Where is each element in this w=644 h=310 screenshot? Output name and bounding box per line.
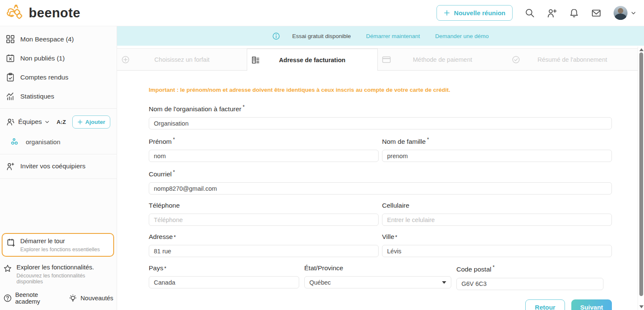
news-label: Nouveautés — [81, 295, 113, 302]
explore-title: Explorer les fonctionnalités. — [16, 263, 94, 271]
state-select[interactable]: Québec — [304, 276, 451, 288]
notifications-bell-icon[interactable] — [569, 8, 579, 18]
tab-label: Méthode de paiement — [413, 56, 472, 63]
tab-billing-address[interactable]: Adresse de facturation — [247, 49, 377, 71]
main-area: Essai gratuit disponible Démarrer mainte… — [117, 26, 644, 310]
divider — [0, 154, 117, 154]
news-link[interactable]: Nouveautés — [68, 294, 113, 303]
explore-subtitle: Découvrez les fonctionnalités disponible… — [16, 273, 112, 285]
user-menu[interactable] — [614, 6, 636, 20]
tab-label: Choisissez un forfait — [154, 56, 210, 63]
tab-payment-method[interactable]: Méthode de paiement — [378, 49, 508, 70]
invite-user-icon — [6, 162, 15, 171]
clipboard-icon — [6, 73, 15, 82]
back-button[interactable]: Retour — [525, 299, 565, 310]
first-name-label: Prénom — [149, 137, 175, 145]
sidebar-bottom-row: Beenote academy Nouveautés — [0, 287, 117, 310]
new-meeting-button[interactable]: Nouvelle réunion — [437, 5, 513, 21]
sidebar-item-invite[interactable]: Inviter vos coéquipiers — [0, 157, 117, 176]
request-demo-link[interactable]: Demander une démo — [435, 33, 489, 39]
calendar-plus-icon — [7, 238, 16, 252]
postal-code-input[interactable] — [456, 278, 603, 290]
sidebar-item-beespace[interactable]: Mon Beespace (4) — [0, 30, 117, 49]
scroll-down-arrow[interactable] — [639, 305, 644, 308]
calendar-x-icon — [6, 54, 15, 63]
scrollbar-thumb[interactable] — [639, 52, 643, 296]
important-note: Important : le prénom/nom et adresse doi… — [149, 87, 612, 93]
teams-label: Équipes — [18, 118, 42, 126]
last-name-input[interactable] — [382, 150, 612, 162]
tab-label: Résumé de l'abonnement — [538, 56, 607, 63]
new-meeting-label: Nouvelle réunion — [454, 9, 505, 16]
explore-features-item[interactable]: Explorer les fonctionnalités. Découvrez … — [0, 260, 117, 287]
sidebar-item-unpublished[interactable]: Non publiés (1) — [0, 49, 117, 68]
tour-subtitle: Explorer les fonctions essentielles — [20, 247, 100, 252]
tour-title: Démarrer le tour — [20, 238, 65, 244]
mobile-input[interactable] — [382, 214, 612, 226]
lightbulb-icon — [68, 294, 77, 303]
phone-label: Téléphone — [149, 202, 180, 209]
academy-link[interactable]: Beenote academy — [3, 291, 56, 305]
sidebar-item-label: Non publiés (1) — [20, 55, 65, 62]
add-team-label: Ajouter — [85, 119, 105, 125]
mail-icon[interactable] — [591, 8, 601, 18]
trial-banner-text: Essai gratuit disponible — [292, 33, 351, 39]
next-button[interactable]: Suivant — [571, 299, 612, 310]
divider — [0, 108, 117, 109]
city-label: Ville — [382, 233, 397, 241]
sidebar-item-minutes[interactable]: Comptes rendus — [0, 68, 117, 87]
teams-row: Équipes A↕Z Ajouter — [0, 111, 117, 133]
billing-building-icon — [251, 56, 260, 64]
address-input[interactable] — [149, 245, 379, 257]
app-header: beenote Nouvelle réunion — [0, 0, 644, 26]
check-circle-icon — [512, 55, 520, 64]
search-icon[interactable] — [525, 8, 535, 18]
scroll-up-arrow[interactable] — [639, 48, 644, 51]
add-team-button[interactable]: Ajouter — [72, 115, 110, 129]
star-icon — [3, 264, 12, 285]
vertical-scrollbar[interactable] — [638, 47, 644, 310]
beenote-logo[interactable]: beenote — [0, 4, 80, 22]
sort-az-icon[interactable]: A↕Z — [57, 119, 65, 125]
stats-chart-icon — [6, 92, 15, 101]
country-input[interactable] — [149, 276, 299, 288]
help-circle-icon — [3, 294, 12, 302]
add-user-icon[interactable] — [547, 8, 557, 18]
state-selected-value: Québec — [309, 279, 331, 286]
teams-icon — [6, 118, 15, 126]
grid-icon — [6, 35, 15, 44]
state-label: État/Province — [304, 264, 343, 272]
sidebar: Mon Beespace (4) Non publiés (1) Comptes… — [0, 26, 117, 310]
academy-label: Beenote academy — [15, 291, 56, 305]
subscription-tabs: Choisissez un forfait Adresse de factura… — [117, 48, 644, 71]
email-input[interactable] — [149, 182, 612, 195]
start-tour-card[interactable]: Démarrer le tour Explorer les fonctions … — [2, 233, 114, 257]
sidebar-item-label: Statistiques — [20, 93, 54, 100]
mobile-label: Cellulaire — [382, 202, 409, 209]
sidebar-item-teams[interactable]: Équipes — [18, 118, 50, 126]
sidebar-item-label: Comptes rendus — [20, 74, 68, 81]
info-icon — [272, 32, 280, 40]
sidebar-item-statistics[interactable]: Statistiques — [0, 87, 117, 106]
brand-name: beenote — [29, 5, 80, 21]
country-label: Pays — [149, 264, 166, 272]
plus-circle-icon — [121, 55, 130, 64]
org-name-input[interactable] — [149, 117, 612, 129]
start-now-link[interactable]: Démarrer maintenant — [366, 33, 420, 39]
dropdown-arrow-icon — [442, 281, 446, 284]
city-input[interactable] — [382, 245, 612, 257]
billing-form: Important : le prénom/nom et adresse doi… — [117, 71, 644, 310]
email-label: Courriel — [149, 169, 175, 178]
tab-choose-plan[interactable]: Choisissez un forfait — [117, 49, 247, 70]
tab-subscription-summary[interactable]: Résumé de l'abonnement — [508, 49, 637, 70]
credit-card-icon — [382, 55, 391, 64]
sidebar-item-team-organisation[interactable]: organisation — [0, 133, 117, 151]
phone-input[interactable] — [149, 214, 379, 226]
first-name-input[interactable] — [149, 150, 379, 162]
plus-icon — [77, 119, 83, 125]
org-name-label: Nom de l'organisation à facturer — [149, 104, 245, 113]
avatar[interactable] — [614, 6, 628, 20]
address-label: Adresse — [149, 233, 176, 241]
trial-banner: Essai gratuit disponible Démarrer mainte… — [117, 26, 644, 46]
invite-label: Inviter vos coéquipiers — [20, 162, 85, 170]
